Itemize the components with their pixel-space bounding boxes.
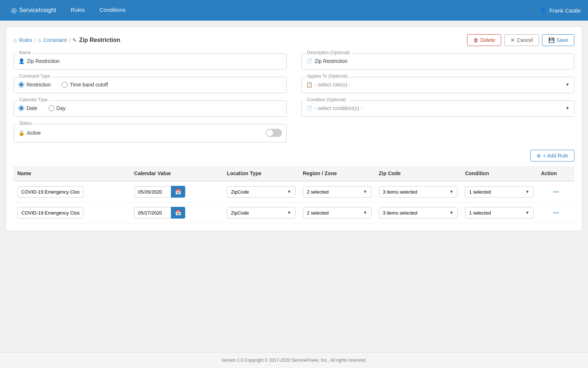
col-region-zone: Region / Zone — [299, 166, 375, 181]
cell-action-0[interactable]: ··· — [537, 181, 574, 202]
region-chevron-1: ▼ — [363, 210, 368, 215]
region-chevron-0: ▼ — [363, 189, 368, 194]
location-type-select-0[interactable]: ZipCode ▼ — [227, 186, 295, 198]
row-name-input-1[interactable] — [17, 207, 83, 219]
breadcrumb-constraint-link[interactable]: Constraint — [43, 37, 67, 43]
row-calendar-input-0[interactable] — [134, 186, 171, 198]
description-label: Description (Optional) — [305, 50, 351, 55]
add-rule-button[interactable]: ⊕ + Add Rule — [530, 150, 574, 162]
region-select-0[interactable]: 2 selected ▼ — [303, 186, 372, 198]
col-action: Action — [537, 166, 574, 181]
applies-to-value: - select role(s) - — [315, 82, 350, 88]
rules-table-wrapper: Name Calendar Value Location Type Region… — [14, 166, 574, 223]
breadcrumb: ⌂ Rules / ⌂ Constraint / ✎ Zip Restricti… — [14, 37, 120, 43]
col-zip-code: Zip Code — [375, 166, 462, 181]
trash-icon: 🗑 — [473, 37, 478, 43]
action-dots-0[interactable]: ··· — [553, 188, 559, 196]
cancel-button[interactable]: ✕ Cancel — [504, 34, 539, 46]
radio-day-label: Day — [57, 105, 66, 111]
x-icon: ✕ — [510, 37, 515, 43]
cell-action-1[interactable]: ··· — [537, 202, 574, 223]
radio-timeband-label: Time band cutoff — [70, 82, 108, 88]
breadcrumb-rules-link[interactable]: Rules — [19, 37, 32, 43]
condition-label: Condition (Optional) — [305, 97, 348, 102]
radio-timeband-input[interactable] — [62, 82, 68, 88]
row-calendar-input-1[interactable] — [134, 207, 171, 219]
region-select-1[interactable]: 2 selected ▼ — [303, 207, 372, 219]
applies-to-chevron[interactable]: ▼ — [565, 82, 570, 87]
home-icon-2: ⌂ — [38, 37, 41, 43]
condition-select-0[interactable]: 1 selected ▼ — [465, 186, 534, 198]
condition-chevron[interactable]: ▼ — [565, 106, 570, 111]
condition-select-1[interactable]: 1 selected ▼ — [465, 207, 534, 219]
top-bar-actions: 🗑 Delete ✕ Cancel 💾 Save — [467, 34, 574, 46]
brand: ◎ ServiceInsight — [7, 6, 60, 14]
cell-region-0: 2 selected ▼ — [299, 181, 375, 202]
nav-tab-rules[interactable]: Rules — [64, 0, 92, 21]
save-icon: 💾 — [548, 37, 555, 43]
radio-day[interactable]: Day — [49, 105, 66, 111]
cell-name-0 — [14, 181, 130, 202]
location-chevron-0: ▼ — [287, 189, 291, 194]
calendar-picker-btn-0[interactable]: 📅 — [171, 186, 185, 198]
cell-calendar-1: 📅 — [130, 202, 223, 223]
main-card: ⌂ Rules / ⌂ Constraint / ✎ Zip Restricti… — [6, 26, 582, 231]
navbar: ◎ ServiceInsight Rules Conditions 👤 Fran… — [0, 0, 588, 21]
condition-chev-0: ▼ — [525, 189, 530, 194]
person-icon: 👤 — [18, 58, 25, 64]
status-label: Status — [18, 121, 33, 126]
applies-to-icon: 📋 — [306, 82, 312, 88]
radio-date-input[interactable] — [18, 105, 24, 111]
rules-table: Name Calendar Value Location Type Region… — [14, 166, 574, 223]
col-condition: Condition — [461, 166, 537, 181]
description-field-group: Description (Optional) 📄 — [301, 53, 574, 70]
calendar-type-label: Calendar Type — [18, 97, 49, 102]
calendar-picker-btn-1[interactable]: 📅 — [171, 207, 185, 219]
nav-tab-conditions[interactable]: Conditions — [92, 0, 133, 21]
breadcrumb-sep-2: / — [69, 37, 70, 43]
location-type-select-1[interactable]: ZipCode ▼ — [227, 207, 295, 219]
delete-button[interactable]: 🗑 Delete — [467, 34, 501, 46]
main-content: ⌂ Rules / ⌂ Constraint / ✎ Zip Restricti… — [0, 21, 588, 352]
radio-restriction[interactable]: Restriction — [18, 82, 51, 88]
col-name: Name — [14, 166, 130, 181]
condition-select[interactable]: 📄 - select condition(s) - ▼ — [306, 104, 570, 113]
status-toggle[interactable] — [266, 129, 282, 137]
constraint-type-options: Restriction Time band cutoff — [18, 80, 282, 89]
cell-condition-0: 1 selected ▼ — [461, 181, 537, 202]
footer: Version 1.0 Copyright © 2017-2020 Servic… — [0, 352, 588, 368]
plus-icon: ⊕ — [537, 153, 541, 159]
cell-location-1: ZipCode ▼ — [223, 202, 299, 223]
status-icon: 🔒 — [18, 130, 25, 136]
applies-to-select[interactable]: 📋 - select role(s) - ▼ — [306, 80, 570, 89]
pencil-icon: ✎ — [72, 37, 77, 43]
zip-select-0[interactable]: 3 items selected ▼ — [379, 186, 458, 198]
radio-day-input[interactable] — [49, 105, 54, 111]
save-button[interactable]: 💾 Save — [542, 34, 574, 46]
add-rule-row: ⊕ + Add Rule — [14, 150, 574, 162]
name-input[interactable] — [27, 57, 282, 66]
radio-restriction-input[interactable] — [18, 82, 24, 88]
radio-timeband[interactable]: Time band cutoff — [62, 82, 108, 88]
breadcrumb-sep-1: / — [34, 37, 36, 43]
form-grid: Name 👤 Description (Optional) 📄 Constrai… — [14, 53, 574, 142]
page-title: Zip Restriction — [79, 37, 120, 43]
zip-select-1[interactable]: 3 items selected ▼ — [379, 207, 458, 219]
condition-group: Condition (Optional) 📄 - select conditio… — [301, 100, 574, 117]
navbar-user: 👤 Frank Castle — [539, 7, 581, 14]
doc-icon: 📄 — [306, 58, 312, 64]
row-name-input-0[interactable] — [17, 186, 83, 198]
applies-to-label: Applies To (Optional) — [305, 74, 349, 79]
calendar-type-group: Calendar Type Date Day — [14, 100, 287, 117]
description-input[interactable] — [315, 57, 570, 66]
brand-icon: ◎ — [11, 6, 17, 14]
constraint-type-group: Constraint Type Restriction Time band cu… — [14, 77, 287, 93]
status-value-label: 🔒 Active — [18, 130, 41, 136]
col-calendar-value: Calendar Value — [130, 166, 223, 181]
cell-zip-1: 3 items selected ▼ — [375, 202, 462, 223]
calendar-type-options: Date Day — [18, 104, 282, 113]
radio-date[interactable]: Date — [18, 105, 37, 111]
constraint-type-label: Constraint Type — [18, 74, 51, 79]
action-dots-1[interactable]: ··· — [553, 209, 559, 217]
brand-name: ServiceInsight — [19, 7, 56, 14]
